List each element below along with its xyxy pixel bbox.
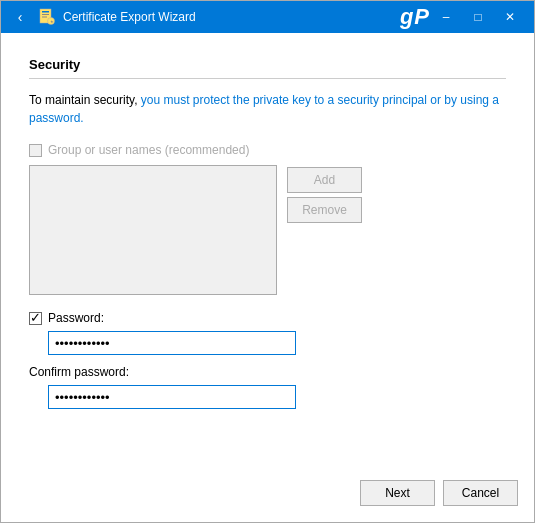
title-bar-left: ‹ ★ Certificate Export Wizard <box>9 6 400 28</box>
group-users-checkbox <box>29 144 42 157</box>
title-bar: ‹ ★ Certificate Export Wizard gP – □ ✕ <box>1 1 534 33</box>
password-field-group: Password: <box>29 311 506 355</box>
certificate-export-wizard-window: ‹ ★ Certificate Export Wizard gP – □ ✕ <box>0 0 535 523</box>
svg-rect-2 <box>42 14 49 15</box>
description-plain: To maintain security, <box>29 93 141 107</box>
main-content: Security To maintain security, you must … <box>1 33 534 470</box>
group-users-row: Group or user names (recommended) <box>29 143 506 157</box>
svg-rect-3 <box>42 17 47 18</box>
main-area: Add Remove <box>29 165 506 295</box>
confirm-input-container <box>48 385 506 409</box>
next-button[interactable]: Next <box>360 480 435 506</box>
maximize-button[interactable]: □ <box>462 1 494 33</box>
wizard-icon: ★ <box>37 7 57 27</box>
window-controls: – □ ✕ <box>430 1 526 33</box>
password-checkbox[interactable] <box>29 312 42 325</box>
cancel-button[interactable]: Cancel <box>443 480 518 506</box>
description: To maintain security, you must protect t… <box>29 91 506 127</box>
password-input-container <box>48 331 506 355</box>
section-title: Security <box>29 57 506 72</box>
remove-button[interactable]: Remove <box>287 197 362 223</box>
window-title: Certificate Export Wizard <box>63 10 196 24</box>
group-users-label: Group or user names (recommended) <box>48 143 249 157</box>
brand-label: gP <box>400 4 430 30</box>
confirm-field-group: Confirm password: <box>29 365 506 409</box>
side-buttons: Add Remove <box>287 165 362 295</box>
svg-text:★: ★ <box>50 19 54 24</box>
password-section: Password: Confirm password: <box>29 311 506 409</box>
footer: Next Cancel <box>1 470 534 522</box>
section-divider <box>29 78 506 79</box>
password-label-row: Password: <box>29 311 506 325</box>
back-button[interactable]: ‹ <box>9 6 31 28</box>
add-button[interactable]: Add <box>287 167 362 193</box>
password-input[interactable] <box>48 331 296 355</box>
minimize-button[interactable]: – <box>430 1 462 33</box>
user-list-box <box>29 165 277 295</box>
confirm-password-input[interactable] <box>48 385 296 409</box>
password-label: Password: <box>48 311 104 325</box>
close-button[interactable]: ✕ <box>494 1 526 33</box>
confirm-label: Confirm password: <box>29 365 506 379</box>
svg-rect-1 <box>42 11 49 13</box>
